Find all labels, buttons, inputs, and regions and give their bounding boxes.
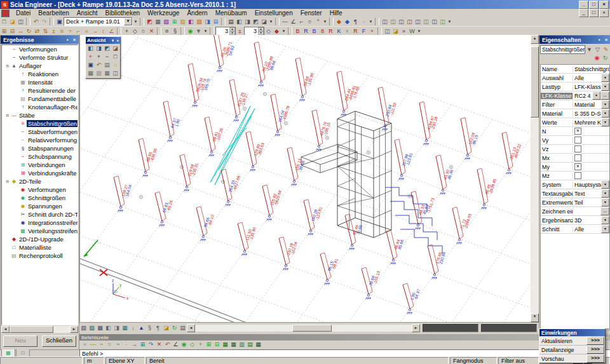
circle-icon[interactable]: ○ xyxy=(306,18,314,26)
select-poly-icon[interactable]: ◇ xyxy=(131,27,139,36)
tree-item-auflager[interactable]: ⊟▲Auflager xyxy=(2,62,78,70)
cmd-move-icon[interactable]: → xyxy=(130,340,139,349)
cmd-rotate-icon[interactable]: ↷ xyxy=(147,340,155,349)
close-icon[interactable]: × xyxy=(606,335,608,340)
print-view-icon[interactable]: ▤ xyxy=(179,324,187,332)
tree-item-stabspannungen[interactable]: §Stabspannungen xyxy=(2,144,78,152)
walkthrough-icon[interactable]: W xyxy=(408,27,416,36)
cmd-arc-icon[interactable]: ~ xyxy=(97,340,105,349)
table-composer-icon[interactable]: ⊟ xyxy=(212,18,220,26)
rectangle-icon[interactable]: ⌐ xyxy=(297,18,306,26)
activity-icon[interactable]: ◉ xyxy=(186,27,194,36)
menu-bearbeiten[interactable]: Bearbeiten xyxy=(34,10,72,17)
close-project-icon[interactable]: ◩ xyxy=(146,18,154,26)
send-to-icon[interactable]: ▼ xyxy=(585,46,593,54)
tree-horizontal-scrollbar[interactable]: ◄ ► xyxy=(1,326,78,333)
model-view-canvas[interactable]: -65.26-2686.7154.93-84.10-2390.8998.66-5… xyxy=(80,35,531,322)
view-preset-box-1[interactable] xyxy=(423,324,478,332)
status-snap-mode[interactable]: Fangmodus xyxy=(450,357,497,364)
minimize-button[interactable]: _ xyxy=(579,1,588,9)
calculator-icon[interactable]: ▦ xyxy=(154,18,162,26)
menu-bibliotheken[interactable]: Bibliotheken xyxy=(102,10,144,17)
ellipsis-button[interactable]: ... xyxy=(600,91,609,100)
break-icon[interactable]: ÷ xyxy=(66,27,74,36)
property-row-n[interactable]: N✕ xyxy=(541,127,609,136)
view-window-6-icon[interactable]: ◫ xyxy=(422,18,430,26)
detailanzeige-button[interactable]: >>> xyxy=(586,346,604,354)
menu-hilfe[interactable]: Hilfe xyxy=(326,10,346,17)
render-icon[interactable]: ▩ xyxy=(86,69,95,78)
filter-props-icon[interactable]: ▽ xyxy=(593,46,602,54)
zoom-selection-icon[interactable]: ¤ xyxy=(163,27,171,36)
report-icon[interactable]: ◪ xyxy=(260,18,268,26)
menu-menübaum[interactable]: Menübaum xyxy=(212,10,251,17)
status-plane[interactable]: Ebene XY xyxy=(105,357,145,364)
tree-item-verbindungen[interactable]: ⊞Verbindungen xyxy=(2,161,78,169)
named-selection-icon[interactable]: § xyxy=(171,27,179,36)
view-window-1-icon[interactable]: ◫ xyxy=(381,18,389,26)
properties-combo[interactable]: Stabschnittgrößen (▼ xyxy=(540,45,585,54)
tree-item-relativverformung[interactable]: ~Relativverformung xyxy=(2,136,78,144)
steel-slender-icon[interactable]: R xyxy=(302,27,310,36)
concrete-design-icon[interactable]: 8 xyxy=(318,27,327,36)
window-view-icon[interactable]: ◫ xyxy=(111,69,119,78)
menu-fenster[interactable]: Fenster xyxy=(297,10,326,17)
tree-item-stabverformungen[interactable]: ~Stabverformungen xyxy=(2,128,78,136)
animation-icon[interactable]: » xyxy=(400,27,408,36)
rotate-icon[interactable]: ↻ xyxy=(25,27,33,36)
property-row-name[interactable]: NameStabschnittgrößen xyxy=(541,65,609,74)
tree-item-verformungen[interactable]: ◉Verformungen xyxy=(2,185,78,194)
dimension-icon[interactable]: ↕ xyxy=(99,27,107,36)
info-icon[interactable]: ¶ xyxy=(351,18,360,26)
dropdown-arrow-icon[interactable]: ▼ xyxy=(601,109,609,118)
property-row-material[interactable]: MaterialS 355 D-Stütze▼ xyxy=(541,109,609,118)
save-view-icon[interactable]: ◫ xyxy=(383,27,391,36)
steel-check-icon[interactable]: B xyxy=(294,27,302,36)
close-icon[interactable]: × xyxy=(71,37,78,43)
cmd-undo-icon[interactable]: ↶ xyxy=(163,340,172,349)
tree-item-verteilungsstreifen[interactable]: ▦Verteilungsstreifen xyxy=(2,227,78,235)
image-gallery-icon[interactable]: ◧ xyxy=(187,18,195,26)
loads-display-icon[interactable]: ↓ xyxy=(129,324,137,332)
property-row-auswahl[interactable]: AuswahlAlle▼ xyxy=(541,74,609,83)
zoom-prev-icon[interactable]: ↶ xyxy=(95,61,103,69)
mirror-icon[interactable]: ⇄ xyxy=(33,27,41,36)
angle-icon[interactable]: ° xyxy=(314,18,322,26)
mdi-restore-button[interactable]: □ xyxy=(589,9,599,17)
concrete-check-icon[interactable]: B xyxy=(310,27,318,36)
collapse-icon[interactable]: ⊟ xyxy=(4,64,10,69)
tree-item-intensität[interactable]: ▦Intensität xyxy=(2,78,78,86)
view-y-icon[interactable]: ◨ xyxy=(95,44,103,53)
clip-box-icon[interactable]: ▨ xyxy=(95,69,103,78)
coord-system-icon[interactable]: + xyxy=(86,53,95,61)
offset-icon[interactable]: = xyxy=(83,27,91,36)
cmd-ucs-grid-icon[interactable]: ▤ xyxy=(246,340,254,349)
cmd-ortho-icon[interactable]: ∠ xyxy=(172,340,180,349)
menu-werkzeuge[interactable]: Werkzeuge xyxy=(144,10,183,17)
print-picture-icon[interactable]: ◨ xyxy=(243,18,252,26)
aktualisieren-button[interactable]: >>> xyxy=(586,337,604,345)
regen-icon[interactable]: ↻ xyxy=(170,324,179,332)
property-row-system[interactable]: SystemHauptsystem▼ xyxy=(541,180,609,189)
checkbox-unchecked[interactable] xyxy=(574,145,581,152)
chevron-down-icon[interactable]: ▼ xyxy=(124,18,132,25)
pin-icon[interactable]: ▪ xyxy=(64,37,71,43)
add-check-icon[interactable]: + xyxy=(368,27,376,36)
document-icon[interactable]: ◨ xyxy=(203,18,212,26)
tree-item-verformungen[interactable]: ~Verformungen xyxy=(2,45,78,53)
relative-def-icon[interactable]: R xyxy=(351,27,360,36)
wire-mode-icon[interactable]: ▨ xyxy=(88,324,96,332)
accelerator-icon[interactable]: ◆ xyxy=(343,18,351,26)
open-folder-icon[interactable]: ◪ xyxy=(8,18,17,26)
ansicht-toolbar-header[interactable]: Ansicht ▼ × xyxy=(86,37,120,44)
dropdown-arrow-icon[interactable]: ▼ xyxy=(416,27,422,36)
zoom-all-icon[interactable]: ▣ xyxy=(86,61,95,69)
select-single-icon[interactable]: + xyxy=(123,27,131,36)
status-unit[interactable]: m xyxy=(84,357,104,364)
accel-red-icon[interactable]: ◆ xyxy=(273,27,281,36)
draw-color-icon[interactable]: ◆ xyxy=(335,18,343,26)
tree-item-integrationsstreifen[interactable]: ◉Integrationsstreifen xyxy=(2,219,78,227)
save-icon[interactable]: ◫ xyxy=(17,18,25,26)
scroll-up-icon[interactable]: ▲ xyxy=(531,35,539,44)
cmd-dot-grid-icon[interactable]: ▦ xyxy=(221,340,229,349)
